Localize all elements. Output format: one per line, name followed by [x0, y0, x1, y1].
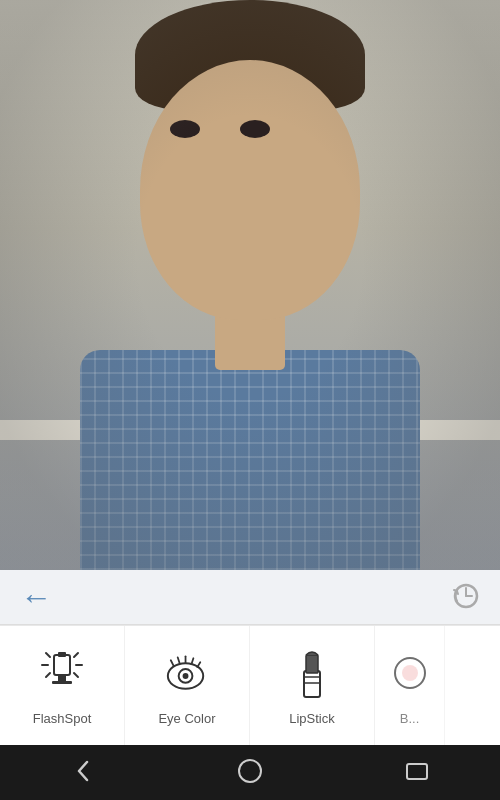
svg-line-17: [177, 657, 179, 663]
tool-lipstick[interactable]: LipStick: [250, 626, 375, 746]
right-eye: [240, 120, 270, 138]
nav-home-icon: [236, 757, 264, 785]
svg-line-8: [74, 653, 78, 657]
tool-eye-color[interactable]: Eye Color: [125, 626, 250, 746]
svg-rect-12: [52, 681, 72, 684]
svg-point-26: [402, 665, 418, 681]
nav-back-icon: [69, 757, 97, 785]
left-eye: [170, 120, 200, 138]
flashspot-icon: [35, 646, 90, 701]
svg-rect-24: [306, 655, 318, 673]
nav-back-button[interactable]: [69, 757, 97, 788]
svg-line-7: [46, 653, 50, 657]
flashspot-label: FlashSpot: [33, 711, 92, 726]
blush-icon: [382, 646, 437, 701]
tool-blush[interactable]: B...: [375, 626, 445, 746]
svg-line-10: [74, 673, 78, 677]
lipstick-icon: [285, 646, 340, 701]
svg-rect-28: [407, 764, 427, 779]
svg-rect-11: [58, 675, 66, 681]
svg-rect-3: [54, 655, 70, 675]
tools-panel: FlashSpot Eye Color: [0, 625, 500, 745]
blush-label: B...: [400, 711, 420, 726]
svg-line-16: [170, 660, 173, 666]
top-toolbar: ←: [0, 570, 500, 625]
back-button[interactable]: ←: [20, 581, 52, 613]
svg-rect-4: [58, 652, 66, 657]
history-icon: [450, 581, 480, 611]
bottom-nav: [0, 745, 500, 800]
tool-flashspot[interactable]: FlashSpot: [0, 626, 125, 746]
svg-line-9: [46, 673, 50, 677]
svg-rect-21: [304, 671, 320, 697]
lipstick-label: LipStick: [289, 711, 335, 726]
eye-color-label: Eye Color: [158, 711, 215, 726]
nav-recents-icon: [403, 757, 431, 785]
svg-point-15: [182, 673, 188, 679]
history-button[interactable]: [450, 581, 480, 614]
nav-home-button[interactable]: [236, 757, 264, 788]
svg-point-27: [239, 760, 261, 782]
svg-line-19: [191, 658, 193, 664]
eye-color-icon: [160, 646, 215, 701]
camera-view: [0, 0, 500, 570]
nav-recents-button[interactable]: [403, 757, 431, 788]
